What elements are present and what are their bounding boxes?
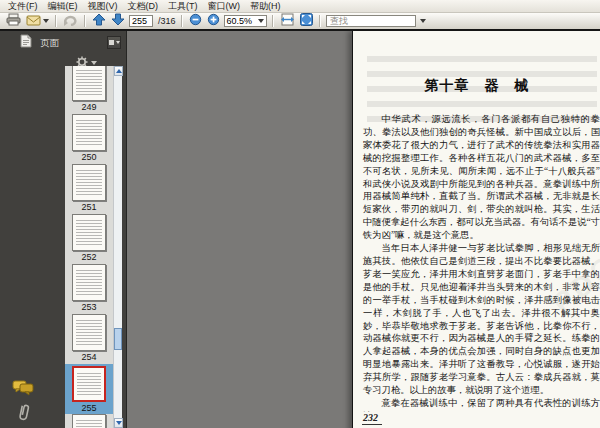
print-icon [6,12,21,30]
attachments-panel-button[interactable] [16,402,31,427]
next-page-button[interactable] [110,14,126,29]
thumbnail-page-number: 249 [81,102,96,113]
thumbnail-item[interactable] [65,414,113,428]
menu-item[interactable]: 视图(V) [83,0,123,12]
toolbar-separator [272,15,274,27]
thumbnail-page-number: 251 [81,202,96,213]
thumbnail-item[interactable]: 250 [65,114,113,164]
toolbar-separator [84,15,86,27]
thumbnail-text-noise [76,419,102,428]
thumbnail-page-preview[interactable] [72,214,106,251]
comments-icon [12,380,34,396]
page-number-input[interactable] [129,15,153,27]
toolbar-separator [181,15,183,27]
thumbnail-page-preview[interactable] [72,66,106,101]
thumbnail-page-preview[interactable] [72,114,106,151]
previous-page-button[interactable] [91,14,107,29]
paragraph: 中华武术，源远流长，各门各派都有自己独特的拳功、拳法以及他们独创的奇兵怪械。新中… [363,113,600,242]
pdf-reader-window: 文件(F) 编辑(E) 视图(V) 文档(D) 工具(T) 窗口(W) 帮助(H… [0,0,600,428]
thumbnail-text-noise [76,269,102,295]
previous-view-button[interactable] [62,14,79,29]
thumbnail-item[interactable]: 251 [65,164,113,214]
page-down-icon [111,12,125,30]
menu-item[interactable]: 工具(T) [163,0,203,12]
fit-width-button[interactable] [279,14,296,29]
print-button[interactable] [5,14,22,29]
search-dropdown-caret[interactable] [420,19,426,23]
thumbnail-page-number: 254 [81,352,96,363]
zoom-out-icon [189,12,202,30]
menu-item[interactable]: 文档(D) [123,0,164,12]
toolbar: /316 60.5% [0,13,600,29]
thumbnail-text-noise [76,319,102,345]
body-text: 中华武术，源远流长，各门各派都有自己独特的拳功、拳法以及他们独创的奇兵怪械。新中… [363,113,600,423]
thumbnail-item[interactable]: 255 [65,364,113,414]
menu-item[interactable]: 帮助(H) [245,0,286,12]
thumbnail-page-number: 253 [81,302,96,313]
pages-panel-icon[interactable] [20,34,32,52]
document-page: 第十章 器 械 中华武术，源远流长，各门各派都有自己独特的拳功、拳法以及他们独创… [352,31,600,428]
thumbnail-page-number: 255 [81,403,96,414]
thumbnail-item[interactable]: 252 [65,214,113,264]
thumbnail-page-preview[interactable] [72,366,106,402]
options-dropdown-caret [91,61,97,65]
comments-panel-button[interactable] [12,380,34,400]
email-icon [26,12,42,30]
zoom-level-combo[interactable]: 60.5% [224,15,268,27]
thumbnail-page-number: 250 [81,152,96,163]
thumbnail-text-noise [77,372,101,395]
zoom-in-icon [207,12,220,30]
scrollbar-thumb[interactable] [114,328,122,350]
menu-item[interactable]: 文件(F) [3,0,43,12]
thumbnail-page-preview[interactable] [72,264,106,301]
email-dropdown-caret [43,19,49,23]
thumbnail-page-preview[interactable] [72,414,106,428]
email-button[interactable] [25,14,50,29]
toolbar-separator [319,15,321,27]
thumbnail-text-noise [76,169,102,195]
thumbnail-scrollbar[interactable] [113,66,122,428]
thumbnail-item[interactable]: 254 [65,314,113,364]
zoom-dropdown-caret [258,19,264,23]
thumbnail-page-preview[interactable] [72,314,106,351]
panel-options-icon [109,40,114,45]
navigation-pane: 页面 249 250 [0,31,127,428]
thumbnail-text-noise [76,119,102,145]
thumbnail-item[interactable]: 249 [65,66,113,114]
chevron-up-icon [116,69,122,73]
page-number: 232 [362,412,382,425]
search-input[interactable] [326,15,416,27]
chapter-title: 第十章 器 械 [353,77,600,95]
fullscreen-icon [300,12,313,30]
panel-options-button[interactable] [107,36,121,49]
paragraph: 当年日本人泽井健一与芗老比试拳脚，相形见绌无所施其技。他依仗自己是剑道三段，提出… [363,242,600,397]
pages-panel-title: 页面 [40,37,59,50]
chevron-down-icon [116,421,122,425]
thumbnail-item[interactable]: 253 [65,264,113,314]
thumbnail-strip: 249 250 251 252 [65,66,113,428]
thumbnail-page-preview[interactable] [72,164,106,201]
fullscreen-button[interactable] [299,14,314,29]
scroll-up-button[interactable] [114,66,123,76]
pages-panel-header: 页面 [0,34,126,52]
menu-item[interactable]: 编辑(E) [43,0,83,12]
thumbnail-list: 249 250 251 252 [65,66,113,428]
previous-view-icon [63,12,78,30]
zoom-out-button[interactable] [188,14,203,29]
thumbnail-page-number: 252 [81,252,96,263]
zoom-in-button[interactable] [206,14,221,29]
page-up-icon [92,12,106,30]
panel-options-caret [116,41,120,44]
paperclip-icon [16,402,31,423]
zoom-level-value: 60.5% [227,16,253,26]
thumbnail-text-noise [76,219,102,245]
scroll-down-button[interactable] [114,418,123,428]
document-viewport[interactable]: 第十章 器 械 中华武术，源远流长，各门各派都有自己独特的拳功、拳法以及他们独创… [128,31,600,428]
thumbnail-text-noise [76,69,102,95]
page-total-label: /316 [158,16,176,26]
toolbar-separator [55,15,57,27]
menu-item[interactable]: 窗口(W) [203,0,246,12]
fit-width-icon [280,12,295,30]
paragraph: 意拳在器械训练中，保留了两种具有代表性的训练方法， [363,397,600,423]
